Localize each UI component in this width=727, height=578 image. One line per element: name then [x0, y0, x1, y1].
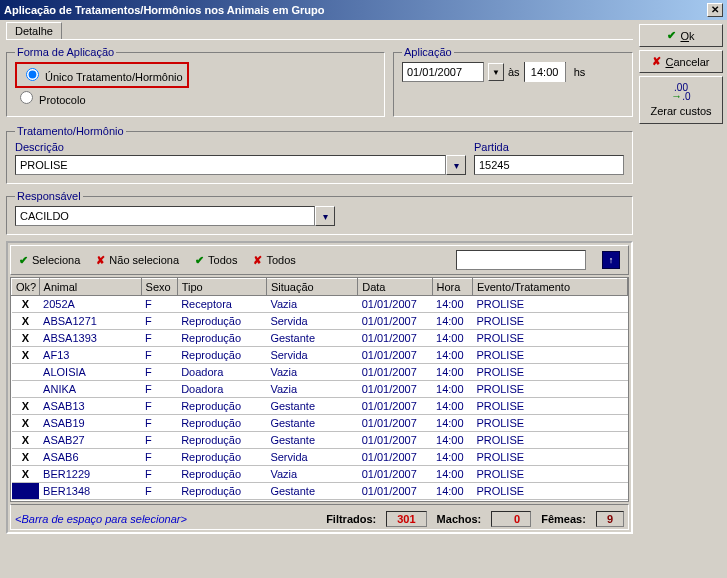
col-ok[interactable]: Ok? — [12, 279, 40, 296]
search-go-button[interactable]: ↑ — [602, 251, 620, 269]
femeas-value: 9 — [607, 513, 613, 525]
filtrados-value: 301 — [397, 513, 415, 525]
responsavel-label: Responsável — [15, 190, 83, 202]
nao-seleciona-button[interactable]: Não seleciona — [96, 254, 179, 267]
todos-select-button[interactable]: Todos — [195, 254, 237, 267]
col-evento[interactable]: Evento/Tratamento — [472, 279, 627, 296]
table-row[interactable]: BER1348FReproduçãoGestante01/01/200714:0… — [12, 483, 628, 500]
check-icon — [195, 254, 204, 267]
col-hora[interactable]: Hora — [432, 279, 472, 296]
machos-label: Machos: — [437, 513, 482, 525]
responsavel-input[interactable] — [15, 206, 315, 226]
ok-button[interactable]: Ok — [639, 24, 723, 47]
todos-unselect-button[interactable]: Todos — [253, 254, 295, 267]
col-sexo[interactable]: Sexo — [141, 279, 177, 296]
footer-hint: <Barra de espaço para selecionar> — [15, 513, 187, 525]
table-row[interactable]: XBER1229FReproduçãoVazia01/01/200714:00P… — [12, 466, 628, 483]
forma-legend: Forma de Aplicação — [15, 46, 116, 58]
aplicacao-group: Aplicação ▼ às hs — [393, 46, 633, 117]
close-button[interactable]: ✕ — [707, 3, 723, 17]
machos-value: 0 — [514, 513, 520, 525]
x-icon — [253, 254, 262, 267]
table-row[interactable]: X2052AFReceptoraVazia01/01/200714:00PROL… — [12, 296, 628, 313]
grid-footer: <Barra de espaço para selecionar> Filtra… — [10, 504, 629, 530]
grid-search-input[interactable] — [456, 250, 586, 270]
table-row[interactable]: ALOISIAFDoadoraVazia01/01/200714:00PROLI… — [12, 364, 628, 381]
table-row[interactable]: XAF13FReproduçãoServida01/01/200714:00PR… — [12, 347, 628, 364]
table-row[interactable]: XASAB13FReproduçãoGestante01/01/200714:0… — [12, 398, 628, 415]
table-row[interactable]: XABSA1393FReproduçãoGestante01/01/200714… — [12, 330, 628, 347]
tratamento-legend: Tratamento/Hormônio — [15, 125, 126, 137]
funnel-icon: ▾ — [454, 160, 459, 171]
funnel-icon: ▾ — [323, 211, 328, 222]
grid-panel: Seleciona Não seleciona Todos Todos ↑ Ok… — [6, 241, 633, 534]
x-icon — [96, 254, 105, 267]
highlight-box: Único Tratamento/Hormônio — [15, 62, 189, 88]
title-bar: Aplicação de Tratamentos/Hormônios nos A… — [0, 0, 727, 20]
window-title: Aplicação de Tratamentos/Hormônios nos A… — [4, 4, 325, 16]
forma-aplicacao-group: Forma de Aplicação Único Tratamento/Horm… — [6, 46, 385, 117]
zerar-custos-button[interactable]: .00→.0 Zerar custos — [639, 76, 723, 124]
check-icon — [19, 254, 28, 267]
partida-label: Partida — [474, 141, 624, 153]
date-dropdown-button[interactable]: ▼ — [488, 63, 504, 81]
femeas-label: Fêmeas: — [541, 513, 586, 525]
grid-scroll[interactable]: Ok? Animal Sexo Tipo Situação Data Hora … — [10, 277, 629, 502]
as-label: às — [508, 66, 520, 78]
cancelar-button[interactable]: Cancelar — [639, 50, 723, 73]
table-row[interactable]: XASAB27FReproduçãoGestante01/01/200714:0… — [12, 432, 628, 449]
filtrados-label: Filtrados: — [326, 513, 376, 525]
aplicacao-legend: Aplicação — [402, 46, 454, 58]
tab-row: Detalhe — [6, 22, 633, 40]
sidebar: Ok Cancelar .00→.0 Zerar custos — [637, 22, 725, 534]
col-animal[interactable]: Animal — [39, 279, 141, 296]
descricao-label: Descrição — [15, 141, 466, 153]
seleciona-button[interactable]: Seleciona — [19, 254, 80, 267]
aplicacao-date-input[interactable] — [402, 62, 484, 82]
animals-table: Ok? Animal Sexo Tipo Situação Data Hora … — [11, 278, 628, 500]
tratamento-group: Tratamento/Hormônio Descrição ▾ Partida — [6, 125, 633, 184]
hs-label: hs — [574, 66, 586, 78]
grid-toolbar: Seleciona Não seleciona Todos Todos ↑ — [10, 245, 629, 275]
descricao-filter-button[interactable]: ▾ — [446, 155, 466, 175]
partida-input[interactable] — [474, 155, 624, 175]
responsavel-group: Responsável ▾ — [6, 190, 633, 235]
tab-detalhe[interactable]: Detalhe — [6, 22, 62, 39]
col-situacao[interactable]: Situação — [266, 279, 357, 296]
x-icon — [652, 55, 661, 68]
table-row[interactable]: XABSA1271FReproduçãoServida01/01/200714:… — [12, 313, 628, 330]
zero-icon: .00→.0 — [671, 83, 690, 102]
col-data[interactable]: Data — [358, 279, 432, 296]
col-tipo[interactable]: Tipo — [177, 279, 266, 296]
aplicacao-time-input[interactable] — [525, 62, 565, 82]
radio-protocolo[interactable]: Protocolo — [15, 88, 376, 106]
responsavel-filter-button[interactable]: ▾ — [315, 206, 335, 226]
descricao-input[interactable] — [15, 155, 446, 175]
radio-unico[interactable]: Único Tratamento/Hormônio — [21, 65, 183, 83]
check-icon — [667, 29, 676, 42]
table-row[interactable]: XASAB19FReproduçãoGestante01/01/200714:0… — [12, 415, 628, 432]
table-row[interactable]: ANIKAFDoadoraVazia01/01/200714:00PROLISE — [12, 381, 628, 398]
table-row[interactable]: XASAB6FReproduçãoServida01/01/200714:00P… — [12, 449, 628, 466]
